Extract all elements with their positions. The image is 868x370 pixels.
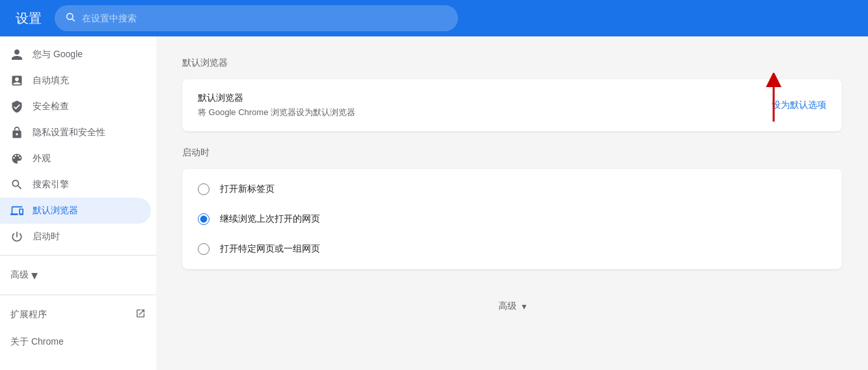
sidebar-item-google-label: 您与 Google	[33, 49, 83, 60]
radio-specific[interactable]	[198, 243, 210, 255]
startup-section-title: 启动时	[182, 147, 842, 159]
sidebar-extensions-label: 扩展程序	[10, 309, 47, 321]
sidebar-item-appearance-label: 外观	[33, 153, 51, 165]
startup-option-new-tab[interactable]: 打开新标签页	[182, 174, 842, 204]
sidebar-item-autofill-label: 自动填充	[33, 75, 69, 86]
startup-continue-label: 继续浏览上次打开的网页	[220, 213, 320, 225]
search-engine-icon	[10, 178, 23, 191]
content-advanced[interactable]: 高级 ▾	[498, 300, 526, 312]
sidebar-item-startup[interactable]: 启动时	[0, 224, 151, 250]
sidebar-divider-2	[0, 295, 156, 295]
startup-option-specific[interactable]: 打开特定网页或一组网页	[182, 234, 842, 264]
sidebar-item-about[interactable]: 关于 Chrome	[0, 328, 156, 356]
sidebar-item-security-label: 安全检查	[33, 101, 69, 112]
content-chevron-icon: ▾	[522, 301, 526, 311]
radio-continue[interactable]	[198, 213, 210, 225]
power-icon	[10, 230, 23, 243]
sidebar-item-default-browser[interactable]: 默认浏览器	[0, 198, 151, 224]
autofill-icon	[10, 74, 23, 87]
startup-new-tab-label: 打开新标签页	[220, 183, 275, 195]
sidebar-item-privacy-label: 隐私设置和安全性	[33, 127, 105, 139]
startup-option-continue[interactable]: 继续浏览上次打开的网页	[182, 204, 842, 234]
main-container: 您与 Google 自动填充 安全检查 隐私设置和安全性 外观	[0, 36, 868, 370]
sidebar-item-search[interactable]: 搜索引擎	[0, 172, 151, 198]
default-browser-section-title: 默认浏览器	[182, 57, 842, 69]
sidebar-item-startup-label: 启动时	[33, 231, 60, 243]
card-name: 默认浏览器	[198, 92, 355, 104]
sidebar-item-default-browser-label: 默认浏览器	[33, 205, 78, 217]
sidebar-item-privacy[interactable]: 隐私设置和安全性	[0, 120, 151, 146]
sidebar-item-security[interactable]: 安全检查	[0, 94, 151, 120]
person-icon	[10, 48, 23, 61]
radio-new-tab[interactable]	[198, 183, 210, 195]
sidebar-item-extensions[interactable]: 扩展程序	[0, 300, 156, 328]
header: 设置	[0, 0, 868, 36]
sidebar-advanced[interactable]: 高级 ▾	[0, 261, 156, 289]
sidebar-about-label: 关于 Chrome	[10, 336, 64, 348]
svg-line-1	[72, 19, 75, 21]
sidebar-item-appearance[interactable]: 外观	[0, 146, 151, 172]
content-advanced-label: 高级	[498, 300, 517, 312]
sidebar-divider	[0, 255, 156, 256]
sidebar-advanced-label: 高级	[10, 269, 29, 281]
chevron-down-icon: ▾	[31, 267, 38, 283]
sidebar: 您与 Google 自动填充 安全检查 隐私设置和安全性 外观	[0, 36, 156, 370]
startup-specific-label: 打开特定网页或一组网页	[220, 243, 320, 255]
card-info: 默认浏览器 将 Google Chrome 浏览器设为默认浏览器	[198, 92, 355, 118]
external-link-icon	[135, 308, 146, 321]
card-row: 默认浏览器 将 Google Chrome 浏览器设为默认浏览器 设为默认选项	[198, 92, 826, 118]
search-input[interactable]	[82, 13, 448, 23]
search-bar	[55, 5, 458, 31]
set-default-button[interactable]: 设为默认选项	[772, 99, 826, 111]
svg-point-0	[67, 14, 73, 20]
page-title: 设置	[16, 10, 42, 27]
default-browser-card: 默认浏览器 将 Google Chrome 浏览器设为默认浏览器 设为默认选项	[182, 79, 842, 131]
card-desc: 将 Google Chrome 浏览器设为默认浏览器	[198, 107, 355, 118]
browser-icon	[10, 204, 23, 217]
sidebar-item-search-label: 搜索引擎	[33, 179, 69, 191]
palette-icon	[10, 152, 23, 165]
startup-card: 打开新标签页 继续浏览上次打开的网页 打开特定网页或一组网页	[182, 169, 842, 269]
search-icon	[65, 12, 75, 25]
lock-icon	[10, 126, 23, 139]
sidebar-item-google[interactable]: 您与 Google	[0, 42, 151, 68]
content-area: 默认浏览器 默认浏览器 将 Google Chrome 浏览器设为默认浏览器 设…	[156, 36, 868, 370]
sidebar-item-autofill[interactable]: 自动填充	[0, 68, 151, 94]
shield-icon	[10, 100, 23, 113]
